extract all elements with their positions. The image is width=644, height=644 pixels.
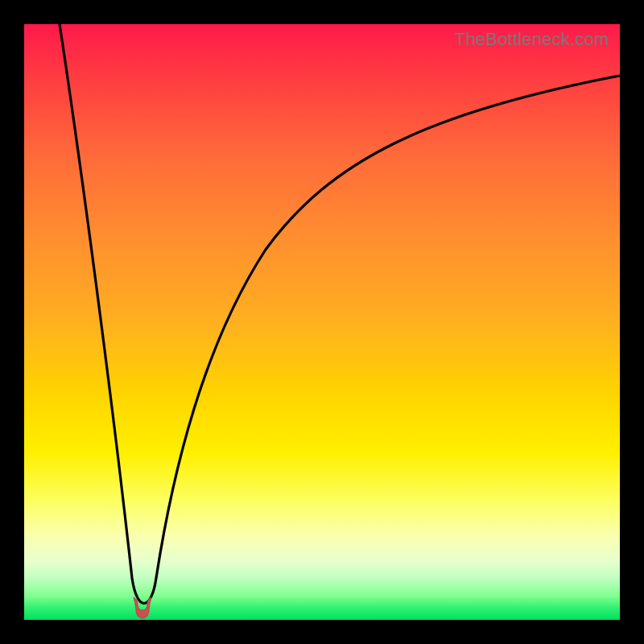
curve-path [60, 24, 620, 604]
optimum-marker-shape [134, 597, 151, 618]
bottleneck-curve [24, 24, 620, 620]
optimum-marker [129, 596, 156, 620]
plot-area: TheBottleneck.com [24, 24, 620, 620]
